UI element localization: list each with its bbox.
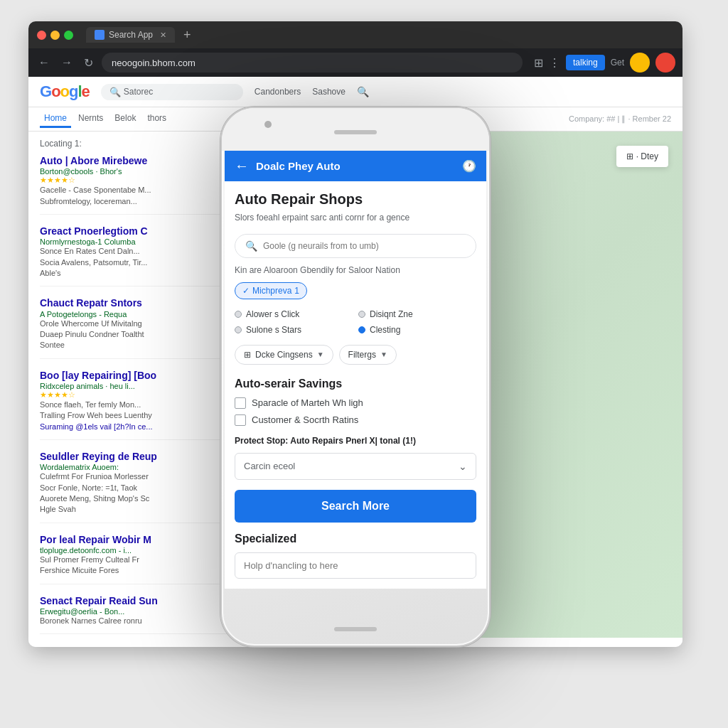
active-tag-label: Michpreva xyxy=(252,286,291,296)
clock-icon: 🕐 xyxy=(462,159,476,173)
tab-close-icon[interactable]: ✕ xyxy=(160,31,166,40)
chevron-down-icon-2: ▼ xyxy=(380,350,387,358)
dropdown-label-2: Filtergs xyxy=(348,350,376,360)
google-header: Google 🔍 Satorec Candonbers Sashove 🔍 xyxy=(28,77,682,107)
refresh-nav-button[interactable]: ↻ xyxy=(81,55,96,71)
signin-button[interactable]: talking xyxy=(566,55,605,70)
back-nav-button[interactable]: ← xyxy=(36,55,53,70)
section-subtitle: Slors foeahl erpaint sarc anti cornr for… xyxy=(235,212,476,224)
dropdown-icon-1: ⊞ xyxy=(244,350,251,360)
specialized-title: Specialized xyxy=(235,532,476,545)
nav-contomers: Candonbers xyxy=(255,87,301,97)
google-logo: Google xyxy=(40,82,90,101)
nav-home[interactable]: Home xyxy=(40,110,71,128)
browser-titlebar: Search App ✕ + xyxy=(28,21,682,48)
search-field[interactable]: 🔍 xyxy=(235,234,476,258)
checkbox-2[interactable] xyxy=(235,414,246,426)
tab-label: Search App xyxy=(109,30,153,40)
section-title: Auto Repair Shops xyxy=(235,191,476,208)
app-body: Auto Repair Shops Slors foeahl erpaint s… xyxy=(225,181,486,589)
get-label: Get xyxy=(611,58,624,68)
filter-radio-4 xyxy=(358,326,365,333)
minimize-button[interactable] xyxy=(50,31,60,40)
nav-nernts[interactable]: Nernts xyxy=(74,110,107,128)
close-button[interactable] xyxy=(37,31,46,40)
avatar2[interactable] xyxy=(655,53,675,73)
dropdown-label-1: Dcke Cingsens xyxy=(255,350,313,360)
specialized-input[interactable] xyxy=(235,552,476,579)
nav-thors[interactable]: thors xyxy=(143,110,171,128)
browser-addressbar: ← → ↻ ⊞ ⋮ talking Get xyxy=(28,48,682,77)
checkbox-1[interactable] xyxy=(235,397,246,409)
dropdown-btn-1[interactable]: ⊞ Dcke Cingsens ▼ xyxy=(235,345,333,365)
app-header: ← Doalc Phey Auto 🕐 xyxy=(225,151,486,181)
search-input[interactable] xyxy=(263,241,466,251)
active-filter-tag[interactable]: ✓ Michpreva 1 xyxy=(235,282,307,299)
phone-notch xyxy=(222,108,489,151)
browser-tab[interactable]: Search App ✕ xyxy=(86,27,175,43)
traffic-lights xyxy=(37,31,73,40)
dropdown-btn-2[interactable]: Filtergs ▼ xyxy=(339,345,397,365)
filter-radio-2 xyxy=(358,311,365,318)
savings-section: Auto-serair Savings Sparacle of Marteh W… xyxy=(235,378,476,426)
google-search-icon: 🔍 xyxy=(109,87,121,97)
filter-option-3[interactable]: Sulone s Stars xyxy=(235,325,353,335)
extension-icon: ⊞ xyxy=(534,56,543,70)
filter-radio-3 xyxy=(235,326,242,333)
tag-count: 1 xyxy=(294,286,299,296)
map-action-btn[interactable]: ⊞ · Dtey xyxy=(616,146,668,167)
dropdown-placeholder: Carcin eceol xyxy=(244,461,295,471)
back-button[interactable]: ← xyxy=(235,158,249,174)
google-search-term: Satorec xyxy=(124,87,153,97)
phone-speaker xyxy=(334,130,377,134)
filter-tags: ✓ Michpreva 1 xyxy=(235,282,476,299)
home-indicator[interactable] xyxy=(334,627,377,631)
app-title: Doalc Phey Auto xyxy=(256,160,455,172)
select-dropdown[interactable]: Carcin eceol ⌄ xyxy=(235,453,476,480)
filter-option-1[interactable]: Alower s Click xyxy=(235,309,353,319)
savings-label-1: Sparacle of Marteh Wh ligh xyxy=(252,397,363,408)
phone-frame: ← Doalc Phey Auto 🕐 Auto Repair Shops Sl… xyxy=(220,107,491,647)
filter-label-1: Alower s Click xyxy=(246,309,299,319)
savings-title: Auto-serair Savings xyxy=(235,378,476,390)
tab-favicon-icon xyxy=(95,30,105,40)
search-submit-icon[interactable]: 🔍 xyxy=(357,86,369,97)
address-bar-input[interactable] xyxy=(102,53,523,73)
forward-nav-button[interactable]: → xyxy=(58,55,75,70)
nav-sashove: Sashove xyxy=(312,87,346,97)
search-icon: 🔍 xyxy=(245,240,257,252)
new-tab-button[interactable]: + xyxy=(183,28,191,43)
savings-option-1[interactable]: Sparacle of Marteh Wh ligh xyxy=(235,397,476,409)
search-more-button[interactable]: Search More xyxy=(235,490,476,523)
settings-icon[interactable]: ⋮ xyxy=(549,56,560,70)
avatar[interactable] xyxy=(630,53,650,73)
filter-option-4[interactable]: Clesting xyxy=(358,325,476,335)
savings-label-2: Customer & Socrth Ratins xyxy=(252,414,358,425)
browser-actions: ⊞ ⋮ talking Get xyxy=(534,53,675,73)
filter-option-2[interactable]: Disiqnt Zne xyxy=(358,309,476,319)
filter-label-2: Disiqnt Zne xyxy=(370,309,413,319)
checkmark-icon: ✓ xyxy=(242,286,250,296)
nav-belok[interactable]: Belok xyxy=(110,110,140,128)
maximize-button[interactable] xyxy=(64,31,73,40)
filter-hint: Kin are Aloaroon Gbendily for Saloor Nat… xyxy=(235,265,476,275)
chevron-down-icon: ⌄ xyxy=(459,461,467,472)
filter-label-3: Sulone s Stars xyxy=(246,325,301,335)
protect-label: Protect Stop: Auto Repairs Pnerl X| tona… xyxy=(235,436,476,446)
chevron-down-icon-1: ▼ xyxy=(317,350,324,358)
dropdown-row: ⊞ Dcke Cingsens ▼ Filtergs ▼ xyxy=(235,345,476,365)
savings-option-2[interactable]: Customer & Socrth Ratins xyxy=(235,414,476,426)
phone-screen: ← Doalc Phey Auto 🕐 Auto Repair Shops Sl… xyxy=(225,151,486,589)
phone-camera xyxy=(264,121,272,128)
phone-mockup: ← Doalc Phey Auto 🕐 Auto Repair Shops Sl… xyxy=(220,107,491,647)
filter-label-4: Clesting xyxy=(370,325,400,335)
filter-radio-1 xyxy=(235,311,242,318)
filter-grid: Alower s Click Disiqnt Zne Sulone s Star… xyxy=(235,309,476,335)
breadcrumb: Company: ## | ∥ · Rember 22 xyxy=(569,114,671,124)
